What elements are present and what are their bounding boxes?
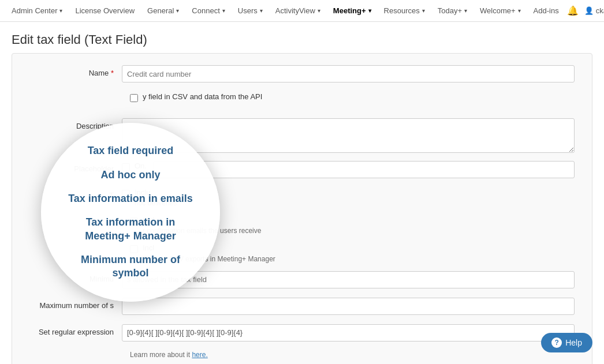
maximum-label: Maximum number of s bbox=[29, 298, 122, 310]
adhoc-checkbox[interactable] bbox=[122, 163, 130, 171]
caret-icon: ▾ bbox=[464, 7, 467, 14]
help-icon: ? bbox=[551, 337, 562, 348]
caret-icon: ▾ bbox=[176, 7, 179, 14]
adhoc-checkbox-label: On. bbox=[135, 161, 147, 171]
minimum-row: Minimu bbox=[29, 271, 575, 290]
placeholder-input[interactable] bbox=[154, 161, 575, 178]
tax-manager-checkbox-label: Incl bbox=[143, 243, 275, 253]
page-title: Edit tax field (Text Field) bbox=[0, 22, 604, 53]
tax-confirmation-row: Incl r confirmation emails the users rec… bbox=[29, 215, 575, 235]
adhoc-checkbox-row: On. bbox=[122, 161, 575, 178]
regex-input[interactable] bbox=[122, 324, 575, 342]
tax-manager-checkbox-row: Incl nes and CSV exports in Meeting+ Man… bbox=[130, 243, 575, 262]
required-marker: * bbox=[109, 69, 114, 77]
help-button[interactable]: ? Help bbox=[541, 333, 592, 352]
nav-today-plus[interactable]: Today+ ▾ bbox=[432, 0, 473, 22]
tax-emails-checkbox[interactable] bbox=[122, 190, 130, 198]
csv-row: y field in CSV and data from the API bbox=[29, 92, 575, 110]
nav-welcome-plus[interactable]: Welcome+ ▾ bbox=[474, 0, 527, 22]
minimum-label: Minimu bbox=[29, 271, 122, 283]
description-input[interactable] bbox=[122, 118, 575, 153]
csv-checkbox-label: y field in CSV and data from the API bbox=[143, 92, 262, 102]
learn-link[interactable]: here. bbox=[192, 351, 207, 359]
name-input[interactable] bbox=[122, 65, 575, 82]
caret-icon: ▾ bbox=[518, 7, 521, 14]
csv-checkbox-row: y field in CSV and data from the API bbox=[130, 92, 575, 102]
caret-icon: ▾ bbox=[422, 7, 425, 14]
nav-meeting-plus[interactable]: Meeting+ ▾ bbox=[327, 0, 377, 22]
csv-checkbox[interactable] bbox=[130, 94, 138, 102]
caret-icon: ▾ bbox=[318, 7, 320, 14]
bell-icon[interactable]: 🔔 bbox=[567, 5, 579, 16]
nav-users[interactable]: Users ▾ bbox=[232, 0, 269, 22]
tax-emails-row: T Inclu hoc deliveries bbox=[29, 187, 575, 207]
description-row: Description bbox=[29, 118, 575, 153]
tax-emails-checkbox-label: Inclu bbox=[135, 187, 177, 198]
user-icon: 👤 bbox=[584, 6, 594, 15]
tax-emails-checkbox-row: Inclu hoc deliveries bbox=[122, 187, 575, 207]
maximum-input[interactable] bbox=[122, 298, 575, 315]
caret-icon: ▾ bbox=[260, 7, 263, 14]
placeholder-row: Placeholder On. bbox=[29, 161, 575, 179]
caret-icon: ▾ bbox=[222, 7, 225, 14]
tax-manager-row: Incl nes and CSV exports in Meeting+ Man… bbox=[29, 243, 575, 262]
tax-confirmation-checkbox-label: Incl bbox=[143, 215, 261, 226]
maximum-row: Maximum number of s bbox=[29, 298, 575, 316]
nav-activityview[interactable]: ActivityView ▾ bbox=[270, 0, 326, 22]
nav-add-ins[interactable]: Add-ins bbox=[528, 0, 565, 22]
nav-general[interactable]: General ▾ bbox=[141, 0, 185, 22]
description-label: Description bbox=[29, 118, 122, 130]
edit-form: Tax field required Ad hoc only Tax infor… bbox=[12, 53, 592, 364]
tax-manager-checkbox[interactable] bbox=[130, 245, 138, 253]
placeholder-label: Placeholder bbox=[29, 161, 122, 173]
tax-emails-sub: hoc deliveries bbox=[135, 199, 177, 207]
regex-label: Set regular expression bbox=[29, 324, 122, 336]
nav-connect[interactable]: Connect ▾ bbox=[186, 0, 230, 22]
nav-resources[interactable]: Resources ▾ bbox=[378, 0, 431, 22]
tax-confirmation-checkbox[interactable] bbox=[130, 217, 138, 226]
nav-admin-center[interactable]: Admin Center ▾ bbox=[6, 0, 68, 22]
tax-confirmation-sub: r confirmation emails the users receive bbox=[143, 227, 261, 235]
caret-icon: ▾ bbox=[368, 7, 371, 14]
tax-emails-label: T bbox=[29, 187, 122, 200]
regex-row: Set regular expression bbox=[29, 324, 575, 343]
tax-manager-sub: nes and CSV exports in Meeting+ Manager bbox=[143, 255, 275, 263]
tax-confirmation-checkbox-row: Incl r confirmation emails the users rec… bbox=[130, 215, 575, 235]
navbar: Admin Center ▾ License Overview General … bbox=[0, 0, 604, 22]
nav-right: 🔔 👤 cka@askcody.dk ▾ bbox=[567, 5, 604, 16]
caret-icon: ▾ bbox=[59, 7, 62, 14]
name-row: Name * bbox=[29, 65, 575, 84]
user-menu[interactable]: 👤 cka@askcody.dk ▾ bbox=[584, 6, 604, 15]
learn-more: Learn more about it here. bbox=[29, 351, 575, 359]
nav-license-overview[interactable]: License Overview bbox=[69, 0, 140, 22]
name-label: Name * bbox=[29, 65, 122, 77]
minimum-input[interactable] bbox=[122, 271, 575, 288]
